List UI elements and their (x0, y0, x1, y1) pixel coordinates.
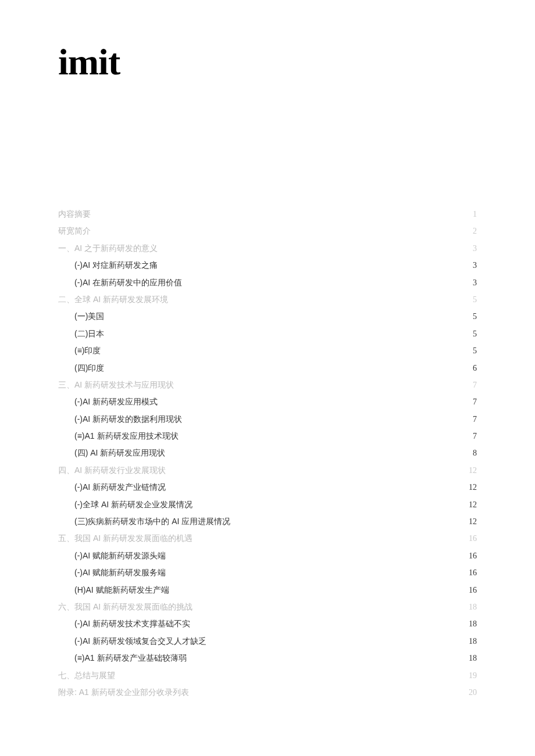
toc-page-number: 18 (465, 633, 477, 650)
toc-label: 五、我国 AI 新药研发发展面临的机遇 (58, 530, 192, 547)
toc-entry: (二)日本5 (58, 325, 477, 342)
toc-label: (-)AI 在新药研发中的应用价值 (74, 274, 182, 291)
toc-page-number: 5 (465, 308, 477, 325)
toc-label: (-)全球 AI 新药研发企业发展情况 (74, 496, 192, 513)
toc-label: (-)AI 新药研发产业链情况 (74, 479, 166, 496)
toc-entry: 附录: A1 新药研发企业部分收录列表20 (58, 684, 477, 701)
toc-label: (-)AI 赋能新药研发服务端 (74, 564, 166, 581)
toc-label: 研宽简介 (58, 223, 91, 239)
toc-page-number: 18 (465, 615, 477, 632)
toc-label: (一)美国 (74, 308, 104, 325)
toc-label: (-)AI 新药研发的数据利用现状 (74, 411, 182, 428)
toc-entry: 四、AI 新药研发行业发展现状12 (58, 462, 477, 479)
toc-page-number: 7 (465, 428, 477, 445)
toc-entry: (≡)A1 新药研发产业基础较薄弱18 (58, 650, 477, 667)
toc-page-number: 12 (465, 513, 477, 530)
toc-entry: 三、AI 新药研发技术与应用现状7 (58, 377, 477, 393)
toc-label: 三、AI 新药研发技术与应用现状 (58, 377, 174, 393)
brand-logo: imit (58, 41, 477, 84)
toc-page-number: 7 (465, 393, 477, 410)
toc-page-number: 18 (465, 650, 477, 667)
toc-label: 一、AI 之于新药研发的意义 (58, 240, 158, 257)
toc-page-number: 3 (465, 257, 477, 274)
toc-entry: (-)AI 新药研发产业链情况12 (58, 479, 477, 496)
toc-page-number: 18 (465, 599, 477, 615)
toc-entry: (-)全球 AI 新药研发企业发展情况12 (58, 496, 477, 513)
toc-page-number: 2 (465, 223, 477, 239)
toc-entry: (四) AI 新药研发应用现状8 (58, 445, 477, 461)
toc-entry: (-)AI 新药研发的数据利用现状7 (58, 411, 477, 428)
toc-page-number: 8 (465, 445, 477, 461)
toc-label: (-)AI 赋能新药研发源头端 (74, 547, 166, 564)
toc-label: (-)AI 新药研发应用模式 (74, 393, 158, 410)
toc-label: (≡)A1 新药研发产业基础较薄弱 (74, 650, 187, 667)
toc-label: 内容摘要 (58, 206, 91, 223)
toc-page-number: 12 (465, 496, 477, 513)
toc-label: 二、全球 AI 新药研发发展环境 (58, 291, 168, 308)
toc-entry: (三)疾病新药研发市场中的 AI 应用进展情况12 (58, 513, 477, 530)
toc-entry: 研宽简介2 (58, 223, 477, 239)
toc-entry: (-)AI 新药研发应用模式7 (58, 393, 477, 410)
toc-entry: (四)印度6 (58, 360, 477, 377)
toc-page-number: 19 (465, 667, 477, 684)
toc-entry: 六、我国 AI 新药研发发展面临的挑战18 (58, 599, 477, 615)
toc-entry: (-)AI 新药研发领域复合交叉人才缺乏18 (58, 633, 477, 650)
toc-page-number: 6 (465, 360, 477, 377)
toc-label: 六、我国 AI 新药研发发展面临的挑战 (58, 599, 192, 615)
toc-page-number: 12 (465, 479, 477, 496)
toc-page-number: 5 (465, 342, 477, 359)
toc-page-number: 7 (465, 411, 477, 428)
toc-entry: (-)AI 新药研发技术支撑基础不实18 (58, 615, 477, 632)
toc-entry: (≡)印度5 (58, 342, 477, 359)
toc-entry: (-)AI 赋能新药研发服务端16 (58, 564, 477, 581)
toc-entry: 一、AI 之于新药研发的意义3 (58, 240, 477, 257)
toc-label: (H)AI 赋能新药研发生产端 (74, 582, 169, 599)
toc-label: 七、总结与展望 (58, 667, 115, 684)
toc-entry: (-)AI 对症新药研发之痛3 (58, 257, 477, 274)
toc-label: (≡)A1 新药研发应用技术现状 (74, 428, 179, 445)
toc-label: 附录: A1 新药研发企业部分收录列表 (58, 684, 189, 701)
toc-label: (-)AI 对症新药研发之痛 (74, 257, 158, 274)
toc-label: (四) AI 新药研发应用现状 (74, 445, 165, 461)
toc-label: (≡)印度 (74, 342, 101, 359)
toc-label: (二)日本 (74, 325, 104, 342)
toc-entry: 二、全球 AI 新药研发发展环境5 (58, 291, 477, 308)
toc-entry: (一)美国5 (58, 308, 477, 325)
toc-page-number: 7 (465, 377, 477, 393)
toc-entry: (≡)A1 新药研发应用技术现状7 (58, 428, 477, 445)
toc-page-number: 20 (465, 684, 477, 701)
toc-entry: 七、总结与展望19 (58, 667, 477, 684)
toc-page-number: 3 (465, 274, 477, 291)
toc-entry: (-)AI 赋能新药研发源头端16 (58, 547, 477, 564)
toc-entry: (-)AI 在新药研发中的应用价值3 (58, 274, 477, 291)
toc-page-number: 16 (465, 564, 477, 581)
toc-page-number: 5 (465, 291, 477, 308)
toc-page-number: 1 (465, 206, 477, 223)
toc-label: (三)疾病新药研发市场中的 AI 应用进展情况 (74, 513, 230, 530)
toc-page-number: 5 (465, 325, 477, 342)
toc-page-number: 3 (465, 240, 477, 257)
toc-page-number: 16 (465, 530, 477, 547)
toc-entry: (H)AI 赋能新药研发生产端16 (58, 582, 477, 599)
toc-label: (四)印度 (74, 360, 104, 377)
toc-entry: 内容摘要1 (58, 206, 477, 223)
toc-label: (-)AI 新药研发领域复合交叉人才缺乏 (74, 633, 206, 650)
toc-page-number: 16 (465, 547, 477, 564)
toc-page-number: 16 (465, 582, 477, 599)
toc-label: (-)AI 新药研发技术支撑基础不实 (74, 615, 190, 632)
table-of-contents: 内容摘要1研宽简介2一、AI 之于新药研发的意义3(-)AI 对症新药研发之痛3… (58, 206, 477, 701)
toc-entry: 五、我国 AI 新药研发发展面临的机遇16 (58, 530, 477, 547)
toc-label: 四、AI 新药研发行业发展现状 (58, 462, 166, 479)
toc-page-number: 12 (465, 462, 477, 479)
